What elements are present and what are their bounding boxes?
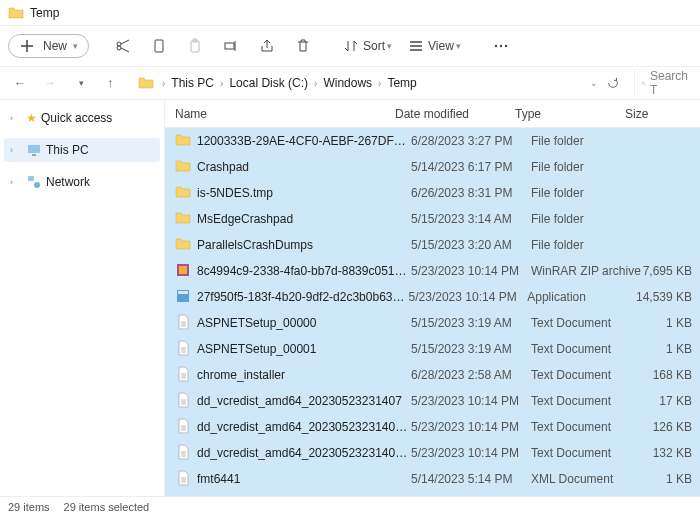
folder-icon [175, 184, 197, 203]
txt-icon [175, 314, 197, 333]
column-name[interactable]: Name [175, 107, 395, 121]
folder-icon [175, 210, 197, 229]
sort-button[interactable]: Sort ▾ [337, 32, 398, 60]
chevron-down-icon: ▾ [73, 41, 78, 51]
forward-button: → [36, 69, 64, 97]
status-bar: 29 items 29 items selected [0, 496, 700, 516]
file-name: ParallelsCrashDumps [197, 238, 411, 252]
file-type: File folder [531, 212, 641, 226]
file-name: dd_vcredist_amd64_20230523231407_001_vcR… [197, 446, 411, 460]
folder-icon [175, 132, 197, 151]
file-size: 1 KB [641, 472, 700, 486]
breadcrumb[interactable]: Local Disk (C:) [227, 76, 310, 90]
file-name: Crashpad [197, 160, 411, 174]
status-item-count: 29 items [8, 501, 50, 513]
svg-point-10 [34, 182, 40, 188]
chevron-down-icon[interactable]: ⌄ [590, 78, 598, 88]
svg-rect-0 [155, 40, 163, 52]
table-row[interactable]: FXSAPIDebugLogFile5/14/2023 4:57 PMText … [165, 492, 700, 496]
table-row[interactable]: 8c4994c9-2338-4fa0-bb7d-8839c05126975/23… [165, 258, 700, 284]
column-type[interactable]: Type [515, 107, 625, 121]
file-type: WinRAR ZIP archive [531, 264, 641, 278]
file-date: 5/15/2023 3:19 AM [411, 316, 531, 330]
table-row[interactable]: is-5NDES.tmp6/26/2023 8:31 PMFile folder [165, 180, 700, 206]
up-button[interactable]: ↑ [96, 69, 124, 97]
search-input[interactable]: Search T [634, 70, 694, 96]
file-name: MsEdgeCrashpad [197, 212, 411, 226]
rename-button[interactable] [215, 32, 247, 60]
file-date: 5/15/2023 3:14 AM [411, 212, 531, 226]
view-button[interactable]: View ▾ [402, 32, 467, 60]
chevron-down-icon: ▾ [387, 41, 392, 51]
chevron-right-icon: › [10, 145, 22, 155]
table-row[interactable]: ParallelsCrashDumps5/15/2023 3:20 AMFile… [165, 232, 700, 258]
chevron-down-icon: ▾ [456, 41, 461, 51]
file-list: Name Date modified Type Size 1200333B-29… [165, 100, 700, 496]
scissors-icon [115, 38, 131, 54]
plus-icon [19, 38, 35, 54]
file-name: is-5NDES.tmp [197, 186, 411, 200]
file-type: Application [527, 290, 636, 304]
breadcrumb[interactable]: This PC [169, 76, 216, 90]
txt-icon [175, 470, 197, 489]
nav-row: ← → ▾ ↑ › This PC › Local Disk (C:) › Wi… [0, 66, 700, 100]
table-row[interactable]: ASPNETSetup_000005/15/2023 3:19 AMText D… [165, 310, 700, 336]
sidebar-item-network[interactable]: › Network [0, 170, 164, 194]
sidebar-item-quick-access[interactable]: › ★ Quick access [0, 106, 164, 130]
copy-button[interactable] [143, 32, 175, 60]
svg-rect-3 [225, 43, 234, 49]
file-name: 1200333B-29AE-4CF0-AEBF-267DFF21D16D-Si.… [197, 134, 411, 148]
toolbar: New ▾ Sort ▾ View ▾ [0, 26, 700, 66]
more-button[interactable] [485, 32, 517, 60]
svg-rect-9 [28, 176, 34, 181]
file-size: 7,695 KB [641, 264, 700, 278]
column-date[interactable]: Date modified [395, 107, 515, 121]
title-bar: Temp [0, 0, 700, 26]
sidebar-item-this-pc[interactable]: › This PC [4, 138, 160, 162]
table-row[interactable]: MsEdgeCrashpad5/15/2023 3:14 AMFile fold… [165, 206, 700, 232]
file-date: 6/28/2023 3:27 PM [411, 134, 531, 148]
cut-button[interactable] [107, 32, 139, 60]
breadcrumb[interactable]: Temp [385, 76, 418, 90]
file-name: ASPNETSetup_00000 [197, 316, 411, 330]
table-row[interactable]: fmt64415/14/2023 5:14 PMXML Document1 KB [165, 466, 700, 492]
file-size: 1 KB [641, 342, 700, 356]
column-headers[interactable]: Name Date modified Type Size [165, 100, 700, 128]
column-size[interactable]: Size [625, 107, 700, 121]
table-row[interactable]: 1200333B-29AE-4CF0-AEBF-267DFF21D16D-Si.… [165, 128, 700, 154]
table-row[interactable]: dd_vcredist_amd64_20230523231407_000_vcR… [165, 414, 700, 440]
refresh-icon[interactable] [606, 76, 620, 90]
chevron-right-icon: › [10, 177, 22, 187]
file-size: 168 KB [641, 368, 700, 382]
file-date: 5/14/2023 6:17 PM [411, 160, 531, 174]
file-date: 5/23/2023 10:14 PM [411, 264, 531, 278]
table-row[interactable]: chrome_installer6/28/2023 2:58 AMText Do… [165, 362, 700, 388]
file-size: 14,539 KB [636, 290, 700, 304]
txt-icon [175, 444, 197, 463]
file-type: File folder [531, 186, 641, 200]
file-type: File folder [531, 134, 641, 148]
file-date: 5/15/2023 3:19 AM [411, 342, 531, 356]
table-row[interactable]: dd_vcredist_amd64_20230523231407_001_vcR… [165, 440, 700, 466]
file-name: ASPNETSetup_00001 [197, 342, 411, 356]
monitor-icon [26, 142, 42, 158]
back-button[interactable]: ← [6, 69, 34, 97]
file-name: 8c4994c9-2338-4fa0-bb7d-8839c0512697 [197, 264, 411, 278]
file-date: 5/15/2023 3:20 AM [411, 238, 531, 252]
table-row[interactable]: ASPNETSetup_000015/15/2023 3:19 AMText D… [165, 336, 700, 362]
table-row[interactable]: Crashpad5/14/2023 6:17 PMFile folder [165, 154, 700, 180]
breadcrumb[interactable]: Windows [321, 76, 374, 90]
svg-point-6 [505, 45, 507, 47]
file-date: 5/23/2023 10:14 PM [411, 446, 531, 460]
recent-button[interactable]: ▾ [66, 69, 94, 97]
trash-icon [295, 38, 311, 54]
new-button[interactable]: New ▾ [8, 34, 89, 58]
table-row[interactable]: 27f950f5-183f-4b20-9df2-d2c3b0b63b655/23… [165, 284, 700, 310]
table-row[interactable]: dd_vcredist_amd64_202305232314075/23/202… [165, 388, 700, 414]
file-size: 17 KB [641, 394, 700, 408]
share-button[interactable] [251, 32, 283, 60]
delete-button[interactable] [287, 32, 319, 60]
svg-rect-8 [28, 145, 40, 153]
address-bar[interactable]: › This PC › Local Disk (C:) › Windows › … [132, 70, 626, 96]
file-name: dd_vcredist_amd64_20230523231407 [197, 394, 411, 408]
